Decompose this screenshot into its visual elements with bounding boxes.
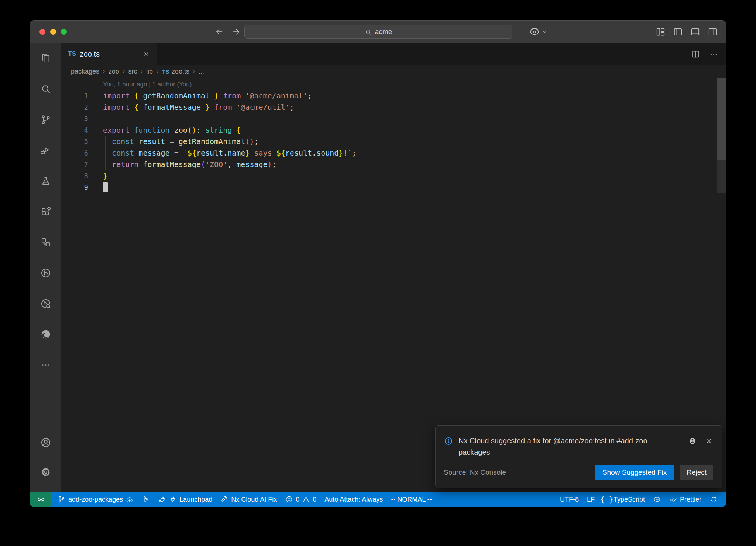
status-vim-mode[interactable]: -- NORMAL --: [387, 492, 436, 507]
breadcrumb-separator: ›: [123, 67, 125, 76]
editor-scrollbar[interactable]: [717, 78, 726, 219]
toggle-panel-icon[interactable]: [690, 27, 701, 37]
activity-item-settings[interactable]: [30, 457, 61, 487]
status-source-control-graph[interactable]: [138, 492, 154, 507]
activity-item-accounts[interactable]: [30, 428, 61, 457]
code-text: }: [103, 171, 107, 180]
show-suggested-fix-button[interactable]: Show Suggested Fix: [595, 465, 674, 480]
code-line-8[interactable]: 8}: [61, 170, 726, 182]
more-actions-icon[interactable]: [709, 49, 719, 59]
activity-item-explorer[interactable]: [30, 43, 61, 74]
activity-item-testing[interactable]: [30, 165, 61, 196]
status-copilot-status[interactable]: [649, 492, 665, 507]
status-notifications[interactable]: [705, 492, 722, 507]
breadcrumb-item-packages[interactable]: packages: [71, 68, 99, 75]
activity-item-nx-graph[interactable]: [30, 288, 61, 319]
line-number: 2: [61, 102, 88, 113]
activity-item-nx-console[interactable]: [30, 227, 61, 257]
notification-message: Nx Cloud suggested a fix for @acme/zoo:t…: [458, 435, 665, 458]
breadcrumb-item-lib[interactable]: lib: [146, 68, 153, 75]
history-nav: [214, 21, 241, 43]
cloud-upload-icon: [126, 495, 134, 504]
activity-item-more[interactable]: [30, 349, 61, 380]
activity-item-nx-cloud[interactable]: [30, 257, 61, 288]
breadcrumb-separator: ›: [103, 67, 105, 76]
breadcrumb-separator: ›: [193, 67, 195, 76]
search-value: acme: [375, 28, 392, 36]
tab-bar: TS zoo.ts: [61, 43, 726, 65]
git-blame-annotation: You, 1 hour ago | 1 author (You): [103, 81, 726, 90]
breadcrumb-item-zoo[interactable]: zoo: [109, 68, 119, 75]
code-line-6[interactable]: 6 const message = `${result.name} says $…: [61, 147, 726, 159]
customize-layout-icon[interactable]: [655, 27, 666, 37]
debug-icon: [40, 144, 52, 156]
activity-item-run-debug[interactable]: [30, 135, 61, 165]
search-icon: [365, 28, 372, 35]
line-number: 1: [61, 90, 88, 102]
reject-button[interactable]: Reject: [680, 465, 713, 480]
breadcrumb-label: lib: [146, 68, 153, 75]
status-launchpad[interactable]: Launchpad: [154, 492, 216, 507]
toggle-sidebar-icon[interactable]: [673, 27, 683, 37]
status-bar: >< add-zoo-packagesLaunchpadNx Cloud AI …: [30, 492, 726, 507]
status-language[interactable]: { }TypeScript: [599, 492, 649, 507]
status-problems[interactable]: 00: [281, 492, 320, 507]
forward-arrow-icon[interactable]: [231, 27, 241, 37]
status-remote[interactable]: ><: [30, 492, 51, 507]
status-branch[interactable]: add-zoo-packages: [54, 492, 138, 507]
status-label: -- NORMAL --: [391, 496, 432, 504]
activity-item-extensions[interactable]: [30, 196, 61, 227]
remote-icon: ><: [37, 495, 45, 504]
tab-zoo-ts[interactable]: TS zoo.ts: [61, 43, 157, 65]
line-number: 7: [61, 159, 88, 170]
split-editor-icon[interactable]: [691, 49, 701, 59]
status-formatter[interactable]: Prettier: [665, 492, 705, 507]
circle-branch-search-icon: [40, 298, 52, 310]
status-nx-cloud-ai-fix[interactable]: Nx Cloud AI Fix: [216, 492, 281, 507]
status-auto-attach[interactable]: Auto Attach: Always: [320, 492, 387, 507]
breadcrumb-separator: ›: [140, 67, 143, 76]
breadcrumb-label: zoo: [109, 68, 119, 75]
search-icon: [40, 83, 52, 95]
breadcrumb-item--[interactable]: ...: [199, 68, 204, 75]
code-line-5[interactable]: 5 const result = getRandomAnimal();: [61, 136, 726, 147]
code-line-9[interactable]: 9: [61, 182, 726, 193]
status-eol[interactable]: LF: [583, 492, 599, 507]
warning-icon: [302, 495, 310, 504]
line-number: 4: [61, 124, 88, 136]
code-line-7[interactable]: 7 return formatMessage('ZOO', message);: [61, 159, 726, 170]
copilot-menu[interactable]: [529, 21, 548, 43]
breadcrumb-label: ...: [199, 68, 204, 75]
close-window-button[interactable]: [39, 29, 45, 35]
scrollbar-slider[interactable]: [717, 78, 726, 160]
line-number: 5: [61, 136, 88, 147]
minimize-window-button[interactable]: [50, 29, 56, 35]
breadcrumb-item-src[interactable]: src: [128, 68, 137, 75]
ellipsis-icon: [40, 359, 52, 371]
close-tab-icon[interactable]: [142, 50, 150, 58]
account-icon: [40, 437, 52, 448]
back-arrow-icon[interactable]: [214, 27, 224, 37]
notification-settings-icon[interactable]: [688, 437, 697, 446]
search-input[interactable]: acme: [244, 25, 512, 39]
code-line-1[interactable]: 1import { getRandomAnimal } from '@acme/…: [61, 90, 726, 102]
activity-item-search[interactable]: [30, 74, 61, 104]
code-line-3[interactable]: 3: [61, 113, 726, 124]
notification-close-icon[interactable]: [704, 437, 713, 446]
zoom-window-button[interactable]: [61, 29, 67, 35]
code-line-4[interactable]: 4export function zoo(): string {: [61, 124, 726, 136]
toggle-secondary-sidebar-icon[interactable]: [707, 27, 718, 37]
status-encoding[interactable]: UTF-8: [556, 492, 583, 507]
screen: acme TS zoo: [0, 0, 756, 546]
vscode-window: acme TS zoo: [30, 20, 726, 507]
beaker-icon: [40, 175, 52, 187]
copilot-icon: [529, 26, 540, 37]
code-line-2[interactable]: 2import { formatMessage } from '@acme/ut…: [61, 102, 726, 113]
window-controls: [39, 21, 67, 43]
status-label: UTF-8: [560, 496, 579, 504]
breadcrumb-separator: ›: [156, 67, 159, 76]
breadcrumb-item-zoo-ts[interactable]: TSzoo.ts: [162, 68, 189, 75]
scrollbar-shadow: [717, 160, 726, 193]
activity-item-edge-browser[interactable]: [30, 319, 61, 349]
activity-item-source-control[interactable]: [30, 104, 61, 135]
